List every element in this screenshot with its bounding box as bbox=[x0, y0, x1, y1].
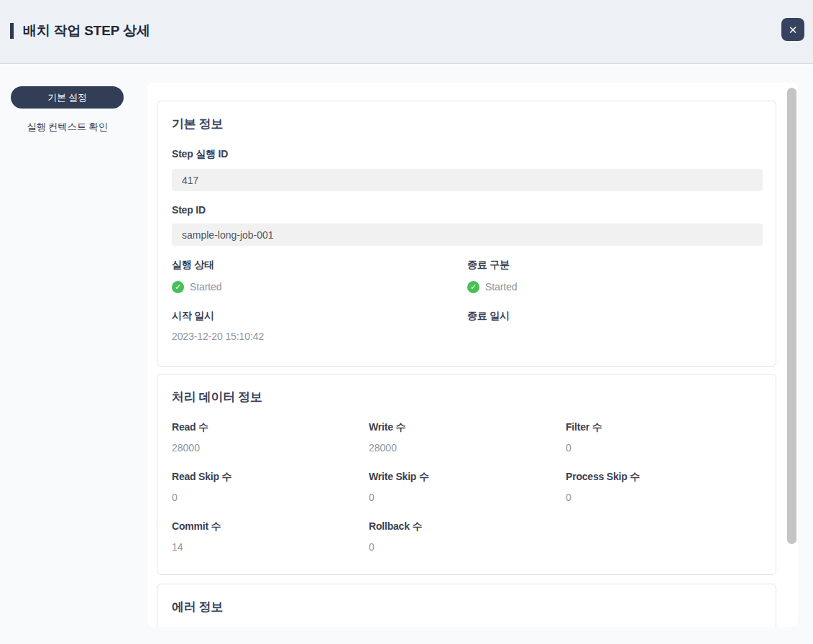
metric-write: Write 수 28000 bbox=[369, 421, 566, 456]
exit-status-label: 종료 구분 bbox=[467, 259, 763, 272]
metric-value: 0 bbox=[369, 541, 566, 555]
exec-status-value: Started bbox=[190, 281, 221, 293]
step-id-input[interactable]: sample-long-job-001 bbox=[172, 224, 763, 246]
end-time-cell: 종료 일시 bbox=[467, 310, 763, 342]
metric-read-skip: Read Skip 수 0 bbox=[172, 471, 369, 505]
exit-status-cell: 종료 구분 ✓ Started bbox=[467, 259, 763, 294]
start-time-value: 2023-12-20 15:10:42 bbox=[172, 331, 467, 342]
modal-header: 배치 작업 STEP 상세 ✕ bbox=[0, 0, 813, 64]
metric-filter: Filter 수 0 bbox=[566, 421, 763, 456]
process-data-card: 처리 데이터 정보 Read 수 28000 Write 수 28000 Fil… bbox=[157, 374, 776, 575]
exit-status-badge: ✓ Started bbox=[467, 280, 763, 294]
metric-label: Read 수 bbox=[172, 421, 369, 434]
step-id-label: Step ID bbox=[172, 204, 761, 216]
metric-label: Process Skip 수 bbox=[566, 471, 763, 484]
step-exec-id-input[interactable]: 417 bbox=[172, 169, 763, 191]
close-button[interactable]: ✕ bbox=[781, 18, 804, 41]
metric-value: 14 bbox=[172, 541, 369, 555]
metric-value: 28000 bbox=[369, 442, 566, 456]
error-info-title: 에러 정보 bbox=[172, 599, 761, 615]
error-info-card: 에러 정보 bbox=[157, 584, 776, 627]
end-time-label: 종료 일시 bbox=[467, 310, 763, 323]
metric-label: Write 수 bbox=[369, 421, 566, 434]
exit-status-value: Started bbox=[485, 281, 517, 293]
metric-read: Read 수 28000 bbox=[172, 421, 369, 456]
metric-write-skip: Write Skip 수 0 bbox=[369, 471, 566, 505]
metric-process-skip: Process Skip 수 0 bbox=[566, 471, 763, 505]
exec-status-badge: ✓ Started bbox=[172, 280, 467, 294]
metric-commit: Commit 수 14 bbox=[172, 520, 369, 555]
sidebar-item-execution-context[interactable]: 실행 컨텍스트 확인 bbox=[11, 121, 124, 134]
basic-info-card: 기본 정보 Step 실행 ID 417 Step ID sample-long… bbox=[157, 101, 776, 367]
metric-label: Rollback 수 bbox=[369, 520, 566, 533]
exec-status-cell: 실행 상태 ✓ Started bbox=[172, 259, 467, 294]
metric-label: Filter 수 bbox=[566, 421, 763, 434]
metric-value: 0 bbox=[172, 492, 369, 505]
metric-label: Commit 수 bbox=[172, 520, 369, 533]
metric-label: Read Skip 수 bbox=[172, 471, 369, 484]
metric-rollback: Rollback 수 0 bbox=[369, 520, 566, 555]
step-exec-id-label: Step 실행 ID bbox=[172, 148, 761, 161]
start-time-cell: 시작 일시 2023-12-20 15:10:42 bbox=[172, 310, 467, 342]
process-data-title: 처리 데이터 정보 bbox=[172, 389, 761, 405]
title-accent-bar bbox=[10, 23, 14, 39]
vertical-scrollbar-thumb[interactable] bbox=[787, 88, 796, 544]
exec-status-label: 실행 상태 bbox=[172, 259, 467, 272]
sidebar-item-basic-settings[interactable]: 기본 설정 bbox=[11, 86, 124, 109]
start-time-label: 시작 일시 bbox=[172, 310, 467, 323]
basic-info-title: 기본 정보 bbox=[172, 116, 761, 132]
metric-value: 0 bbox=[369, 492, 566, 505]
check-circle-icon: ✓ bbox=[467, 281, 479, 293]
metric-value: 0 bbox=[566, 442, 763, 456]
page-title-wrap: 배치 작업 STEP 상세 bbox=[10, 22, 150, 40]
page-title: 배치 작업 STEP 상세 bbox=[23, 22, 150, 40]
metric-value: 28000 bbox=[172, 442, 369, 456]
metric-label: Write Skip 수 bbox=[369, 471, 566, 484]
content-panel: 기본 정보 Step 실행 ID 417 Step ID sample-long… bbox=[147, 83, 798, 627]
metric-value: 0 bbox=[566, 492, 763, 505]
check-circle-icon: ✓ bbox=[172, 281, 184, 293]
close-icon: ✕ bbox=[789, 24, 798, 35]
